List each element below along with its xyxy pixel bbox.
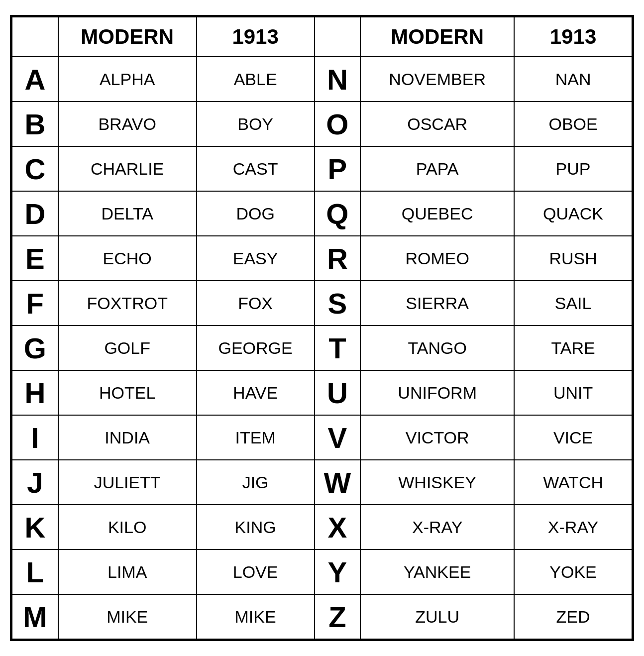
old-word-left: FOX	[197, 281, 315, 326]
table-row: JJULIETTJIGWWHISKEYWATCH	[12, 460, 632, 505]
old-word-left: CAST	[197, 146, 315, 191]
header-empty-mid	[315, 17, 361, 57]
modern-word-left: MIKE	[58, 594, 197, 639]
old-word-right: SAIL	[514, 281, 632, 326]
modern-word-left: GOLF	[58, 326, 197, 370]
header-modern-left: MODERN	[58, 17, 197, 57]
old-word-right: PUP	[514, 146, 632, 191]
old-word-right: NAN	[514, 57, 632, 102]
table-row: DDELTADOGQQUEBECQUACK	[12, 191, 632, 236]
modern-word-right: ROMEO	[360, 236, 514, 281]
old-word-right: QUACK	[514, 191, 632, 236]
letter-cell-right: P	[315, 146, 361, 191]
modern-word-left: JULIETT	[58, 460, 197, 505]
old-word-right: UNIT	[514, 370, 632, 415]
header-1913-right: 1913	[514, 17, 632, 57]
table-row: LLIMALOVEYYANKEEYOKE	[12, 549, 632, 594]
old-word-right: WATCH	[514, 460, 632, 505]
letter-cell-right: S	[315, 281, 361, 326]
modern-word-left: FOXTROT	[58, 281, 197, 326]
modern-word-right: OSCAR	[360, 102, 514, 146]
table-row: AALPHAABLENNOVEMBERNAN	[12, 57, 632, 102]
letter-cell-right: Y	[315, 549, 361, 594]
letter-cell-right: N	[315, 57, 361, 102]
letter-cell-left: J	[12, 460, 58, 505]
letter-cell-left: L	[12, 549, 58, 594]
old-word-left: JIG	[197, 460, 315, 505]
modern-word-right: VICTOR	[360, 415, 514, 460]
header-empty-left	[12, 17, 58, 57]
old-word-right: ZED	[514, 594, 632, 639]
modern-word-left: KILO	[58, 505, 197, 549]
letter-cell-right: Q	[315, 191, 361, 236]
modern-word-left: DELTA	[58, 191, 197, 236]
modern-word-left: ECHO	[58, 236, 197, 281]
old-word-left: ABLE	[197, 57, 315, 102]
header-modern-right: MODERN	[360, 17, 514, 57]
modern-word-right: YANKEE	[360, 549, 514, 594]
phonetic-alphabet-table: MODERN 1913 MODERN 1913 AALPHAABLENNOVEM…	[10, 15, 634, 641]
modern-word-left: ALPHA	[58, 57, 197, 102]
letter-cell-right: U	[315, 370, 361, 415]
header-1913-left: 1913	[197, 17, 315, 57]
modern-word-right: UNIFORM	[360, 370, 514, 415]
old-word-right: RUSH	[514, 236, 632, 281]
table-row: BBRAVOBOYOOSCAROBOE	[12, 102, 632, 146]
letter-cell-left: D	[12, 191, 58, 236]
modern-word-right: PAPA	[360, 146, 514, 191]
modern-word-right: QUEBEC	[360, 191, 514, 236]
letter-cell-left: H	[12, 370, 58, 415]
old-word-right: OBOE	[514, 102, 632, 146]
old-word-left: MIKE	[197, 594, 315, 639]
old-word-left: LOVE	[197, 549, 315, 594]
letter-cell-right: T	[315, 326, 361, 370]
letter-cell-right: O	[315, 102, 361, 146]
letter-cell-left: E	[12, 236, 58, 281]
table-row: IINDIAITEMVVICTORVICE	[12, 415, 632, 460]
letter-cell-left: F	[12, 281, 58, 326]
letter-cell-left: K	[12, 505, 58, 549]
letter-cell-right: V	[315, 415, 361, 460]
modern-word-right: ZULU	[360, 594, 514, 639]
modern-word-left: HOTEL	[58, 370, 197, 415]
letter-cell-right: W	[315, 460, 361, 505]
modern-word-left: CHARLIE	[58, 146, 197, 191]
modern-word-right: X-RAY	[360, 505, 514, 549]
letter-cell-left: M	[12, 594, 58, 639]
old-word-right: VICE	[514, 415, 632, 460]
old-word-left: EASY	[197, 236, 315, 281]
old-word-left: KING	[197, 505, 315, 549]
old-word-right: YOKE	[514, 549, 632, 594]
old-word-left: GEORGE	[197, 326, 315, 370]
old-word-right: X-RAY	[514, 505, 632, 549]
modern-word-left: BRAVO	[58, 102, 197, 146]
old-word-right: TARE	[514, 326, 632, 370]
letter-cell-right: Z	[315, 594, 361, 639]
letter-cell-right: R	[315, 236, 361, 281]
letter-cell-left: B	[12, 102, 58, 146]
modern-word-right: NOVEMBER	[360, 57, 514, 102]
letter-cell-right: X	[315, 505, 361, 549]
modern-word-left: LIMA	[58, 549, 197, 594]
old-word-left: BOY	[197, 102, 315, 146]
modern-word-right: WHISKEY	[360, 460, 514, 505]
table-row: CCHARLIECASTPPAPAPUP	[12, 146, 632, 191]
old-word-left: ITEM	[197, 415, 315, 460]
table-row: KKILOKINGXX-RAYX-RAY	[12, 505, 632, 549]
table-row: MMIKEMIKEZZULUZED	[12, 594, 632, 639]
modern-word-left: INDIA	[58, 415, 197, 460]
old-word-left: DOG	[197, 191, 315, 236]
table-row: GGOLFGEORGETTANGOTARE	[12, 326, 632, 370]
letter-cell-left: G	[12, 326, 58, 370]
modern-word-right: SIERRA	[360, 281, 514, 326]
table-row: EECHOEASYRROMEORUSH	[12, 236, 632, 281]
old-word-left: HAVE	[197, 370, 315, 415]
modern-word-right: TANGO	[360, 326, 514, 370]
letter-cell-left: C	[12, 146, 58, 191]
table-row: FFOXTROTFOXSSIERRASAIL	[12, 281, 632, 326]
table-row: HHOTELHAVEUUNIFORMUNIT	[12, 370, 632, 415]
letter-cell-left: I	[12, 415, 58, 460]
letter-cell-left: A	[12, 57, 58, 102]
